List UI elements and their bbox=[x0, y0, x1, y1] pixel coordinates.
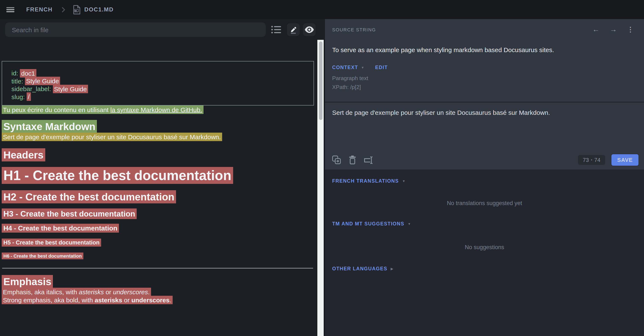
pencil-icon bbox=[290, 26, 297, 34]
app-window: FRENCH M↓ DOC1.MD bbox=[0, 0, 644, 336]
tm-empty-text: No suggestions bbox=[332, 244, 637, 251]
paragraph-emphasis: Emphasis, aka italics, with asterisks or… bbox=[2, 288, 314, 296]
previous-string-button[interactable]: ← bbox=[592, 26, 600, 33]
strong-bold: underscores bbox=[132, 296, 170, 304]
preview-mode-button[interactable] bbox=[303, 23, 316, 36]
paragraph-active: Sert de page d'exemple pour styliser un … bbox=[2, 133, 314, 141]
other-languages-header[interactable]: OTHER LANGUAGES ▶ bbox=[332, 266, 394, 271]
context-collapse-icon[interactable]: ▼ bbox=[361, 65, 365, 69]
frontmatter-line: id: doc1 bbox=[12, 70, 304, 77]
source-string-header-row: SOURCE STRING ← → ⋮ bbox=[332, 19, 634, 33]
preview-scrollbar[interactable] bbox=[317, 40, 324, 336]
emphasis-pre: Emphasis, aka italics, with bbox=[3, 288, 79, 295]
paragraph-strong: Strong emphasis, aka bold, with asterisk… bbox=[2, 296, 314, 304]
emphasis-italic: asterisks bbox=[79, 288, 104, 295]
source-char-count: 73 bbox=[583, 157, 589, 163]
character-count-badge: 73 • 74 bbox=[578, 155, 605, 165]
untranslated-string[interactable]: Emphasis bbox=[2, 275, 53, 288]
expand-icon: ▶ bbox=[391, 267, 394, 271]
delete-translation-button[interactable] bbox=[349, 155, 356, 164]
svg-text:M↓: M↓ bbox=[75, 9, 78, 12]
breadcrumb-project[interactable]: FRENCH bbox=[26, 6, 53, 13]
horizontal-rule bbox=[2, 268, 313, 269]
heading-emphasis: Emphasis bbox=[2, 276, 314, 288]
heading-h5-example: H5 - Create the best documentation bbox=[2, 240, 314, 246]
edit-mode-button[interactable] bbox=[287, 23, 300, 36]
strong-pre: Strong emphasis, aka bold, with bbox=[3, 296, 95, 304]
heading-syntaxe-markdown: Syntaxe Markdown bbox=[2, 121, 314, 133]
translated-string[interactable]: Syntaxe Markdown bbox=[2, 120, 97, 133]
translation-panel: SOURCE STRING ← → ⋮ To serve as an examp… bbox=[325, 19, 644, 336]
frontmatter-value-string[interactable]: doc1 bbox=[20, 69, 36, 77]
tm-mt-suggestions-label: TM AND MT SUGGESTIONS bbox=[332, 221, 404, 226]
frontmatter-key: title: bbox=[12, 77, 25, 85]
translation-char-count: 74 bbox=[594, 157, 600, 163]
translated-string[interactable]: Tu peux écrire du contenu en utilisant l… bbox=[2, 105, 203, 114]
frontmatter-value-string[interactable]: / bbox=[27, 93, 31, 101]
strong-mid: or bbox=[122, 296, 132, 304]
untranslated-string[interactable]: H3 - Create the best documentation bbox=[2, 209, 137, 219]
context-type-text: Paragraph text bbox=[332, 75, 634, 81]
frontmatter-key: id: bbox=[12, 70, 20, 77]
untranslated-string[interactable]: H5 - Create the best documentation bbox=[2, 239, 101, 247]
untranslated-string[interactable]: H6 - Create the best documentation bbox=[2, 253, 83, 260]
translations-empty-text: No translations suggested yet bbox=[332, 200, 637, 207]
context-toggle[interactable]: CONTEXT bbox=[332, 65, 358, 70]
search-input[interactable] bbox=[5, 23, 266, 37]
heading-h3-example: H3 - Create the best documentation bbox=[2, 210, 314, 219]
breadcrumb-file[interactable]: DOC1.MD bbox=[84, 6, 114, 13]
untranslated-string[interactable]: H1 - Create the best documentation bbox=[2, 167, 233, 184]
untranslated-string[interactable]: H2 - Create the best documentation bbox=[2, 191, 176, 204]
frontmatter-line: title: Style Guide bbox=[12, 77, 304, 85]
string-list-view-button[interactable] bbox=[270, 23, 283, 36]
heading-headers: Headers bbox=[2, 149, 314, 161]
untranslated-string[interactable]: Strong emphasis, aka bold, with asterisk… bbox=[2, 296, 173, 304]
file-preview-panel: id: doc1 title: Style Guide sidebar_labe… bbox=[0, 19, 317, 336]
translation-input[interactable]: Sert de page d'exemple pour styliser un … bbox=[332, 108, 636, 116]
more-options-button[interactable]: ⋮ bbox=[627, 26, 634, 33]
github-markdown-link[interactable]: la syntaxe Markdown de GitHub. bbox=[110, 106, 202, 113]
active-string[interactable]: Sert de page d'exemple pour styliser un … bbox=[2, 133, 222, 141]
trash-icon bbox=[349, 155, 356, 164]
source-string-text: To serve as an example page when styling… bbox=[332, 46, 634, 54]
emphasis-end: . bbox=[148, 288, 150, 295]
copy-source-icon bbox=[332, 155, 341, 164]
editor-toolbar: 73 • 74 SAVE bbox=[332, 154, 639, 166]
save-button[interactable]: SAVE bbox=[611, 154, 639, 166]
frontmatter-line: sidebar_label: Style Guide bbox=[12, 85, 304, 93]
untranslated-string[interactable]: Emphasis, aka italics, with asterisks or… bbox=[2, 288, 151, 296]
string-navigation: ← → ⋮ bbox=[592, 26, 634, 33]
french-translations-label: FRENCH TRANSLATIONS bbox=[332, 178, 399, 184]
frontmatter-line: slug: / bbox=[12, 93, 304, 101]
frontmatter-value-string[interactable]: Style Guide bbox=[53, 85, 88, 93]
select-text-icon bbox=[364, 156, 373, 164]
french-translations-header[interactable]: FRENCH TRANSLATIONS ▼ bbox=[332, 178, 406, 184]
frontmatter-block: id: doc1 title: Style Guide sidebar_labe… bbox=[2, 61, 314, 106]
heading-h2-example: H2 - Create the best documentation bbox=[2, 191, 314, 203]
text-selection-button[interactable] bbox=[364, 156, 373, 164]
next-string-button[interactable]: → bbox=[610, 26, 617, 33]
strong-end: . bbox=[170, 296, 171, 304]
paragraph-intro: Tu peux écrire du contenu en utilisant l… bbox=[2, 106, 314, 114]
top-bar: FRENCH M↓ DOC1.MD bbox=[0, 0, 644, 19]
markdown-file-icon: M↓ bbox=[74, 5, 80, 14]
list-view-icon bbox=[271, 26, 282, 34]
suggestions-section: FRENCH TRANSLATIONS ▼ No translations su… bbox=[325, 178, 644, 271]
untranslated-string[interactable]: H4 - Create the best documentation bbox=[2, 224, 119, 233]
collapse-icon: ▼ bbox=[408, 222, 411, 226]
source-string-label: SOURCE STRING bbox=[332, 27, 376, 32]
edit-context-button[interactable]: EDIT bbox=[375, 65, 388, 70]
hamburger-menu-icon[interactable] bbox=[6, 7, 14, 12]
eye-icon bbox=[305, 26, 314, 33]
chevron-right-icon bbox=[62, 7, 65, 12]
frontmatter-value-string[interactable]: Style Guide bbox=[25, 77, 60, 85]
context-xpath-text: XPath: /p[2] bbox=[332, 84, 634, 90]
untranslated-string[interactable]: Headers bbox=[2, 148, 45, 162]
copy-source-button[interactable] bbox=[332, 155, 341, 164]
tm-mt-suggestions-header[interactable]: TM AND MT SUGGESTIONS ▼ bbox=[332, 221, 411, 226]
scrollbar-thumb[interactable] bbox=[319, 42, 322, 120]
count-separator: • bbox=[591, 158, 592, 162]
emphasis-mid: or bbox=[104, 288, 113, 295]
collapse-icon: ▼ bbox=[402, 179, 406, 183]
heading-h4-example: H4 - Create the best documentation bbox=[2, 225, 314, 232]
